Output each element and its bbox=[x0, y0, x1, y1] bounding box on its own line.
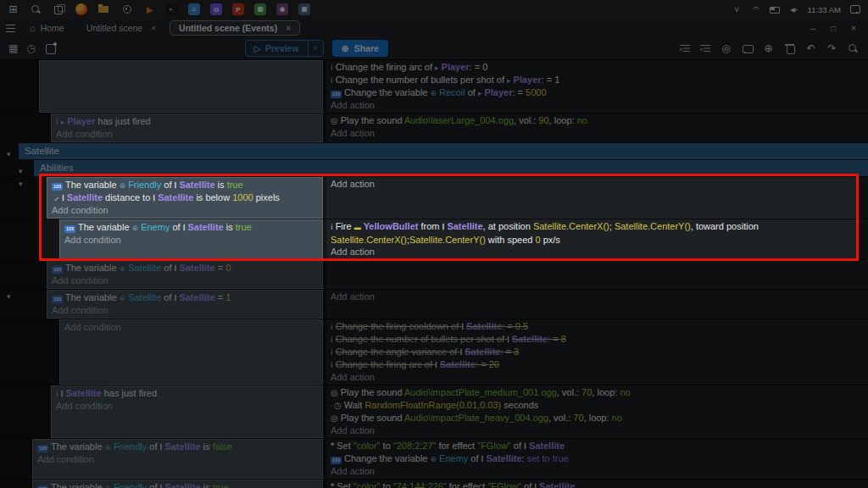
action-line[interactable]: ⅰChange the firing arc of ▸Player: = 0 bbox=[326, 61, 861, 74]
delete-icon[interactable] bbox=[783, 42, 796, 55]
media-app-icon[interactable]: ▶ bbox=[143, 3, 156, 16]
action-line[interactable]: ◎Play the sound Audio\impactPlate_heavy_… bbox=[326, 412, 861, 424]
conditions-cell[interactable]: 123The variable ⊕Friendly of ⅠSatellite … bbox=[47, 177, 323, 219]
action-line[interactable]: ⅰChange the number of bullets per shot o… bbox=[326, 74, 861, 86]
notifications-icon[interactable] bbox=[849, 3, 861, 16]
toggle-event-icon[interactable]: ◎ bbox=[720, 42, 732, 55]
action-line[interactable]: 123Change the variable ⊕Enemy of ⅠSatell… bbox=[326, 452, 861, 465]
preview-dropdown-icon[interactable]: ˅ bbox=[308, 41, 323, 56]
minimize-button[interactable]: – bbox=[804, 20, 822, 36]
add-action-link[interactable]: Add action bbox=[326, 424, 861, 436]
add-action-link[interactable]: Add action bbox=[326, 127, 861, 139]
tab-untitled-scene[interactable]: Untitled scene× bbox=[78, 20, 164, 36]
save-icon[interactable] bbox=[44, 42, 57, 55]
add-condition-link[interactable]: Add condition bbox=[47, 274, 322, 286]
conditions-cell[interactable]: 123The variable ⊕Enemy of ⅠSatellite is … bbox=[59, 219, 323, 259]
presentation-app-icon[interactable]: P bbox=[232, 3, 244, 15]
add-condition-link[interactable]: Add condition bbox=[33, 453, 322, 465]
conditions-cell[interactable]: ⅰⅠSatellite has just firedAdd condition bbox=[51, 385, 323, 438]
action-line[interactable]: ◎Play the sound Audio\impactPlate_medium… bbox=[326, 386, 861, 399]
add-action-link[interactable]: Add action bbox=[326, 99, 861, 111]
action-line[interactable]: ◎Play the sound Audio\laserLarge_004.ogg… bbox=[326, 114, 861, 127]
add-event-icon[interactable]: ⊕ bbox=[762, 42, 775, 55]
close-button[interactable]: × bbox=[844, 20, 863, 36]
add-condition-icon[interactable] bbox=[679, 42, 691, 55]
add-action-link[interactable]: Add action bbox=[326, 178, 861, 190]
action-line[interactable]: ⅰChange the firing cooldown of ⅠSatellit… bbox=[326, 320, 861, 333]
history-icon[interactable]: ◷ bbox=[26, 42, 35, 54]
main-menu-icon[interactable] bbox=[5, 22, 16, 35]
conditions-cell[interactable]: Add condition bbox=[59, 319, 323, 385]
action-line[interactable]: 123Change the variable ⊕Recoil of ▸Playe… bbox=[326, 86, 861, 99]
add-action-link[interactable]: Add action bbox=[326, 371, 861, 383]
collapse-arrow-icon[interactable]: ▾ bbox=[7, 147, 11, 163]
preview-button[interactable]: ▷Preview ˅ bbox=[245, 40, 324, 57]
condition-line[interactable]: 123The variable ⊕Friendly of ⅠSatellite … bbox=[33, 481, 322, 488]
condition-line[interactable]: ⅰⅠSatellite has just fired bbox=[52, 387, 322, 400]
actions-cell[interactable] bbox=[326, 260, 868, 289]
add-condition-link[interactable]: Add condition bbox=[47, 304, 322, 316]
spreadsheet-app-icon[interactable]: ▤ bbox=[254, 3, 266, 15]
actions-cell[interactable]: ⅰChange the firing cooldown of ⅠSatellit… bbox=[326, 319, 868, 385]
chat-app-icon[interactable]: ▣ bbox=[298, 3, 310, 15]
tab-untitled-scene-events-[interactable]: Untitled scene (Events)× bbox=[170, 20, 300, 36]
actions-cell[interactable]: *Set "color" to "208;2;27" for effect "F… bbox=[326, 439, 868, 479]
add-condition-link[interactable]: Add condition bbox=[52, 128, 322, 140]
action-line[interactable]: ⅰChange the angle variance of ⅠSatellite… bbox=[326, 346, 861, 358]
actions-cell[interactable]: ◎Play the sound Audio\laserLarge_004.ogg… bbox=[326, 114, 868, 142]
action-line[interactable]: *Set "color" to "74;144;226" for effect … bbox=[326, 480, 861, 488]
conditions-cell[interactable]: 123The variable ⊕Satellite of ⅠSatellite… bbox=[47, 260, 323, 289]
add-action-link[interactable]: Add action bbox=[326, 465, 861, 477]
actions-cell[interactable]: ⅰFire ▬YellowBullet from ⅠSatellite, at … bbox=[326, 219, 868, 259]
conditions-cell[interactable] bbox=[39, 60, 323, 113]
layout-grid-icon[interactable]: ▦ bbox=[8, 42, 18, 54]
condition-line[interactable]: ↔ⅠSatellite distance to ⅠSatellite is be… bbox=[47, 191, 322, 204]
maximize-button[interactable]: □ bbox=[824, 20, 843, 36]
conditions-cell[interactable]: 123The variable ⊕Friendly of ⅠSatellite … bbox=[32, 480, 323, 488]
conditions-cell[interactable]: ⅰ▸Player has just firedAdd condition bbox=[51, 114, 323, 142]
obs-studio-icon[interactable]: ◉ bbox=[276, 3, 288, 15]
redo-icon[interactable]: ↷ bbox=[826, 42, 838, 55]
satellite-group[interactable]: Satellite▾ bbox=[19, 143, 868, 159]
condition-line[interactable]: ⅰ▸Player has just fired bbox=[52, 115, 322, 128]
condition-line[interactable]: 123The variable ⊕Satellite of ⅠSatellite… bbox=[47, 262, 322, 274]
action-line[interactable]: ⅰChange the firing arc of ⅠSatellite: = … bbox=[326, 358, 861, 371]
actions-cell[interactable]: ⅰChange the firing arc of ▸Player: = 0ⅰC… bbox=[326, 60, 868, 113]
close-tab-icon[interactable]: × bbox=[151, 24, 156, 33]
abilities-group[interactable]: Abilities▾ bbox=[34, 160, 868, 176]
settings-icon[interactable] bbox=[120, 3, 133, 16]
add-action-link[interactable]: Add action bbox=[326, 246, 861, 258]
search-icon[interactable] bbox=[847, 42, 860, 55]
task-view-icon[interactable] bbox=[53, 3, 65, 16]
add-condition-link[interactable]: Add condition bbox=[52, 400, 322, 412]
action-line[interactable]: ⅰChange the number of bullets per shot o… bbox=[326, 333, 861, 346]
action-line[interactable]: *Set "color" to "208;2;27" for effect "F… bbox=[326, 440, 861, 452]
file-explorer-icon[interactable] bbox=[97, 3, 110, 16]
collapse-arrow-icon[interactable]: ▾ bbox=[19, 180, 23, 188]
share-button[interactable]: ⊕ Share bbox=[332, 40, 388, 57]
conditions-cell[interactable]: 123The variable ⊕Friendly of ⅠSatellite … bbox=[32, 439, 323, 479]
actions-cell[interactable]: *Set "color" to "74;144;226" for effect … bbox=[326, 480, 868, 488]
firefox-icon[interactable] bbox=[75, 3, 87, 15]
add-condition-link[interactable]: Add condition bbox=[60, 321, 322, 333]
action-line[interactable]: ·◷Wait RandomFloatInRange(0.01,0.03) sec… bbox=[326, 399, 861, 412]
gdevelop-icon[interactable]: G bbox=[210, 3, 222, 15]
condition-line[interactable]: 123The variable ⊕Satellite of ⅠSatellite… bbox=[47, 291, 322, 304]
battery-icon[interactable] bbox=[769, 3, 780, 16]
wifi-icon[interactable] bbox=[751, 3, 761, 16]
chevron-hidden-icons-icon[interactable]: ˅ bbox=[731, 3, 743, 16]
add-comment-icon[interactable] bbox=[741, 42, 754, 55]
condition-line[interactable]: 123The variable ⊕Friendly of ⅠSatellite … bbox=[33, 441, 322, 453]
actions-cell[interactable]: Add action bbox=[326, 177, 868, 219]
actions-cell[interactable]: ◎Play the sound Audio\impactPlate_medium… bbox=[326, 385, 868, 438]
tab-home[interactable]: ⌂Home bbox=[21, 20, 73, 36]
collapse-arrow-icon[interactable]: ▾ bbox=[7, 292, 11, 301]
volume-muted-icon[interactable]: ◀× bbox=[787, 3, 800, 16]
terminal-icon[interactable]: >_ bbox=[166, 3, 178, 15]
condition-line[interactable]: 123The variable ⊕Enemy of ⅠSatellite is … bbox=[60, 221, 322, 234]
add-action-link[interactable]: Add action bbox=[326, 291, 861, 302]
add-action-icon[interactable] bbox=[699, 42, 711, 55]
actions-cell[interactable]: Add action bbox=[326, 290, 868, 319]
add-condition-link[interactable]: Add condition bbox=[60, 234, 322, 246]
add-condition-link[interactable]: Add condition bbox=[47, 204, 322, 216]
